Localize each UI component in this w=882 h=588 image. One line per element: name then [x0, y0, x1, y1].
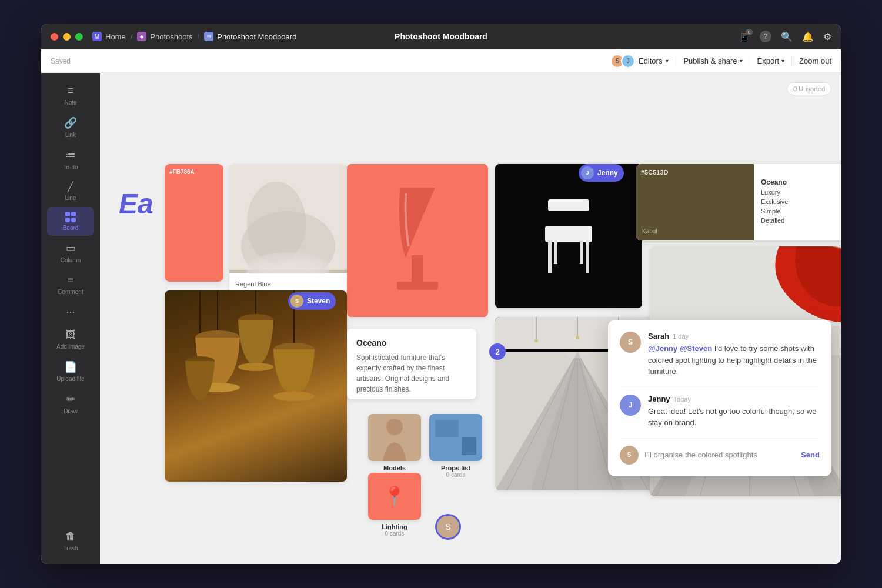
sidebar-item-add-image[interactable]: 🖼 Add image	[47, 324, 94, 355]
sarah-time: 1 day	[673, 333, 689, 340]
canvas[interactable]: 0 Unsorted Ea #FB786A	[100, 73, 841, 564]
comment-input-row: S Send	[620, 446, 820, 465]
todo-label: To-do	[63, 164, 78, 171]
svg-rect-5	[347, 164, 488, 317]
text-card-body: Sophisticated furniture that's expertly …	[356, 352, 467, 395]
svg-point-2	[247, 182, 306, 264]
board-label: Board	[63, 225, 79, 231]
color-hex: #5C513D	[641, 169, 668, 176]
comment-divider	[620, 387, 820, 387]
models-collection[interactable]: Models 4 cards	[368, 414, 421, 478]
svg-rect-13	[554, 240, 557, 264]
titlebar: M Home / ◆ Photoshoots / ⊞ Photoshoot Mo…	[41, 24, 841, 49]
sidebar-item-column[interactable]: ▭ Column	[47, 237, 94, 268]
sidebar-item-todo[interactable]: ≔ To-do	[47, 144, 94, 175]
breadcrumb-photoshoots-label: Photoshoots	[150, 32, 192, 41]
comment-jenny: J Jenny Today Great idea! Let's not go t…	[620, 395, 820, 429]
upload-icon: 📄	[64, 360, 77, 373]
sidebar-item-trash[interactable]: 🗑 Trash	[47, 526, 94, 556]
add-image-label: Add image	[56, 343, 85, 350]
svg-rect-6	[412, 255, 423, 285]
salmon-swatch-color: #FB786A	[165, 164, 223, 282]
chalice-card[interactable]	[347, 164, 488, 317]
export-chevron-icon: ▾	[781, 58, 784, 64]
help-icon[interactable]: ?	[760, 31, 771, 42]
send-button[interactable]: Send	[801, 450, 820, 459]
svg-rect-10	[545, 226, 592, 242]
settings-icon[interactable]: ⚙	[823, 31, 831, 42]
sidebar-item-link[interactable]: 🔗 Link	[47, 112, 94, 143]
sidebar-item-line[interactable]: ╱ Line	[47, 176, 94, 206]
breadcrumb-home[interactable]: M Home	[92, 32, 126, 41]
bottom-user-badge[interactable]: S	[435, 514, 461, 540]
lamps-card[interactable]	[165, 290, 347, 482]
line-label: Line	[65, 195, 76, 201]
color-panel-tags: Oceano Luxury Exclusive Simple Detailed	[754, 164, 795, 240]
chair-image	[495, 164, 642, 308]
steven-badge[interactable]: S Steven	[288, 292, 336, 310]
number-badge[interactable]: 2	[489, 343, 506, 360]
draw-icon: ✏	[66, 393, 75, 406]
chalice-image	[347, 164, 488, 317]
sarah-mention-steven: @Steven	[680, 344, 712, 353]
ea-text: Ea	[119, 188, 153, 220]
export-button[interactable]: Export ▾	[757, 56, 785, 65]
sarah-comment-text: @Jenny @Steven I'd love to try some shot…	[648, 343, 820, 377]
minimize-button[interactable]	[63, 33, 71, 41]
breadcrumb-moodboard[interactable]: ⊞ Photoshoot Moodboard	[204, 32, 296, 41]
unsorted-badge: 0 Unsorted	[787, 82, 831, 95]
tag-exclusive: Exclusive	[761, 198, 788, 205]
comment-input[interactable]	[644, 450, 795, 459]
props-label: Props list	[429, 465, 482, 472]
number-badge-value: 2	[495, 348, 499, 356]
lighting-collection[interactable]: 📍 Lighting 0 cards	[368, 473, 421, 537]
sidebar-item-note[interactable]: ≡ Note	[47, 80, 94, 111]
sidebar-item-upload[interactable]: 📄 Upload file	[47, 356, 94, 387]
salmon-hex: #FB786A	[169, 169, 195, 175]
sarah-comment-header: Sarah 1 day	[648, 332, 820, 340]
zoom-out-button[interactable]: Zoom out	[799, 56, 831, 65]
svg-rect-12	[586, 240, 589, 273]
props-collection[interactable]: Props list 0 cards	[429, 414, 482, 478]
sidebar-item-draw[interactable]: ✏ Draw	[47, 388, 94, 419]
maximize-button[interactable]	[75, 33, 83, 41]
svg-rect-30	[435, 420, 459, 437]
oceano-color-panel: #5C513D Kabul Oceano Luxury Exclusive Si…	[636, 164, 841, 240]
app-window: M Home / ◆ Photoshoots / ⊞ Photoshoot Mo…	[41, 24, 841, 564]
publish-share-button[interactable]: Publish & share ▾	[683, 56, 742, 65]
lamps-image	[165, 290, 347, 482]
bottom-user-initial: S	[445, 522, 450, 532]
sidebar-item-comment[interactable]: ≡ Comment	[47, 269, 94, 300]
draw-label: Draw	[64, 408, 77, 415]
svg-point-46	[534, 339, 538, 342]
jenny-comment-body: Jenny Today Great idea! Let's not go too…	[648, 395, 820, 429]
svg-point-28	[386, 419, 403, 435]
close-button[interactable]	[51, 33, 58, 41]
breadcrumb-photoshoots[interactable]: ◆ Photoshoots	[137, 32, 192, 41]
sidebar-item-board[interactable]: Board	[47, 207, 94, 236]
traffic-lights	[51, 33, 83, 41]
svg-rect-31	[462, 437, 476, 455]
props-thumb	[429, 414, 482, 461]
props-info: Props list 0 cards	[429, 465, 482, 478]
device-icon[interactable]: 📱 0	[739, 31, 750, 42]
sidebar-item-more[interactable]: ···	[47, 301, 94, 323]
publish-share-label: Publish & share	[683, 56, 737, 65]
editors-button[interactable]: S J Editors ▾	[610, 54, 669, 68]
steven-name: Steven	[307, 297, 330, 305]
sarah-comment-body: Sarah 1 day @Jenny @Steven I'd love to t…	[648, 332, 820, 377]
salmon-swatch-card: #FB786A	[165, 164, 223, 282]
board-icon	[65, 212, 76, 222]
red-object-card[interactable]	[650, 246, 841, 323]
link-icon: 🔗	[64, 116, 77, 129]
chair-card[interactable]	[495, 164, 642, 308]
jenny-badge[interactable]: J Jenny	[579, 164, 624, 182]
breadcrumb-home-label: Home	[105, 32, 126, 41]
search-icon[interactable]: 🔍	[781, 31, 793, 42]
steven-avatar: S	[290, 295, 303, 308]
architecture-card[interactable]: Regent Blue	[229, 164, 347, 293]
titlebar-actions: 📱 0 ? 🔍 🔔 ⚙	[739, 31, 831, 42]
bell-icon[interactable]: 🔔	[802, 31, 814, 42]
publish-chevron-icon: ▾	[740, 58, 743, 64]
models-label: Models	[368, 465, 421, 472]
